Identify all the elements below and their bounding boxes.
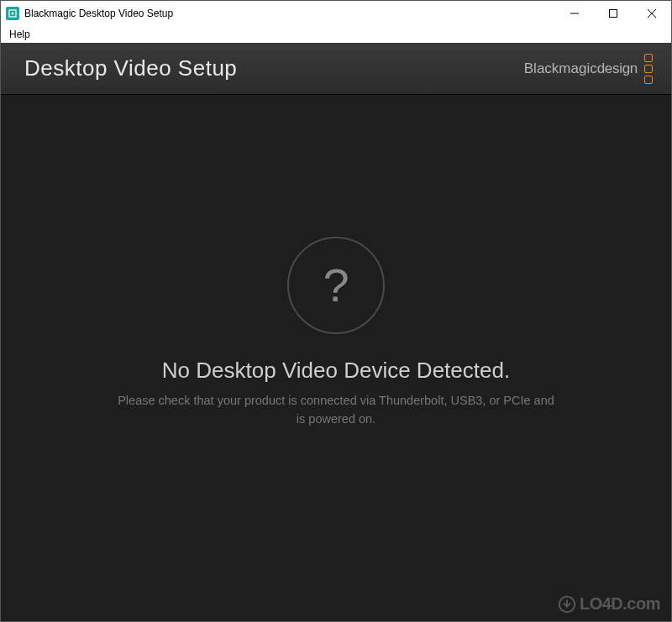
watermark: LO4D.com	[558, 594, 660, 614]
minimize-button[interactable]	[555, 1, 594, 26]
svg-point-1	[12, 13, 14, 15]
page-title: Desktop Video Setup	[24, 55, 237, 81]
app-content: Desktop Video Setup Blackmagicdesign ? N…	[1, 43, 671, 621]
brand-logo: Blackmagicdesign	[524, 54, 653, 84]
close-button[interactable]	[633, 1, 671, 26]
brand-text: Blackmagicdesign	[524, 60, 638, 77]
app-icon	[6, 7, 19, 20]
window-controls	[555, 1, 671, 26]
no-device-body: Please check that your product is connec…	[118, 392, 554, 429]
window-title: Blackmagic Desktop Video Setup	[24, 8, 173, 19]
watermark-text: LO4D.com	[580, 594, 660, 614]
maximize-button[interactable]	[594, 1, 633, 26]
app-window: Blackmagic Desktop Video Setup Help Desk…	[0, 0, 672, 622]
no-device-heading: No Desktop Video Device Detected.	[162, 358, 510, 384]
menu-help[interactable]: Help	[6, 29, 34, 40]
question-mark-icon: ?	[287, 237, 385, 334]
brand-squares-icon	[644, 54, 653, 84]
menubar: Help	[1, 26, 671, 43]
main-area: ? No Desktop Video Device Detected. Plea…	[1, 95, 671, 621]
svg-rect-3	[610, 10, 617, 18]
app-header: Desktop Video Setup Blackmagicdesign	[1, 43, 671, 95]
titlebar: Blackmagic Desktop Video Setup	[1, 1, 671, 26]
download-icon	[558, 595, 576, 614]
